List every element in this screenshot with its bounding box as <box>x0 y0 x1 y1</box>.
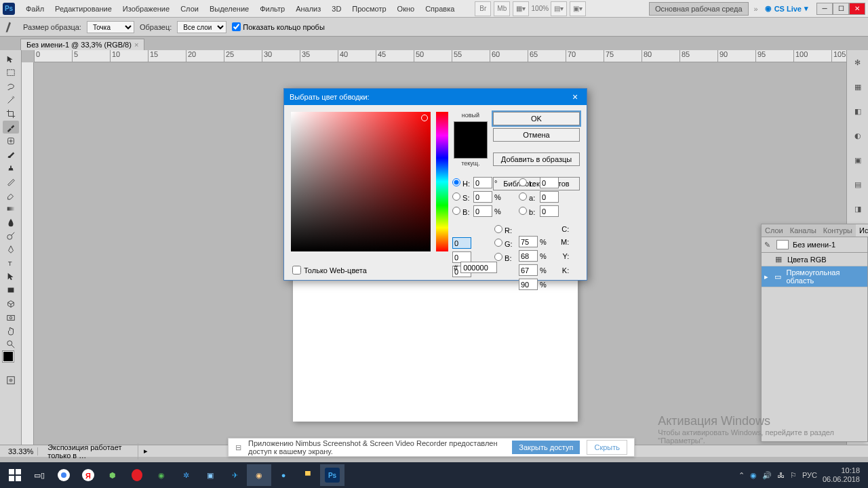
menu-view[interactable]: Просмотр <box>347 2 391 16</box>
color-panel-icon[interactable]: ✻ <box>851 56 865 69</box>
gradient-tool[interactable] <box>3 202 19 215</box>
type-tool[interactable]: T <box>3 256 19 269</box>
eraser-tool[interactable] <box>3 188 19 201</box>
task-view-icon[interactable]: ▭▯ <box>27 464 52 486</box>
l-input[interactable] <box>540 177 559 188</box>
menu-window[interactable]: Окно <box>392 2 420 16</box>
healing-brush-tool[interactable] <box>3 134 19 147</box>
tray-icon[interactable]: ⌃ <box>738 471 745 480</box>
tab-layers[interactable]: Слои <box>762 224 787 237</box>
menu-edit[interactable]: Редактирование <box>50 2 117 16</box>
r-input[interactable] <box>452 237 471 249</box>
explorer-icon[interactable]: ▀ <box>296 464 320 486</box>
app-icon-1[interactable]: ⬢ <box>100 464 125 486</box>
cslive-button[interactable]: ◉CS Live▾ <box>761 4 812 13</box>
workspace-overflow-icon[interactable]: » <box>751 5 761 13</box>
zoom-readout[interactable]: 33.33% <box>4 447 38 455</box>
status-arrow-icon[interactable]: ▸ <box>144 447 148 455</box>
screen-mode-dropdown[interactable]: ▣▾ <box>570 1 586 16</box>
move-tool[interactable] <box>3 53 19 66</box>
sample-size-select[interactable]: Точка <box>87 21 134 33</box>
dodge-tool[interactable] <box>3 229 19 242</box>
h-radio[interactable] <box>452 178 460 186</box>
y-input[interactable] <box>519 264 538 276</box>
hue-slider[interactable] <box>436 112 448 251</box>
tray-icon[interactable]: ⚐ <box>790 471 797 480</box>
marquee-tool[interactable] <box>3 66 19 79</box>
saturation-brightness-field[interactable] <box>291 112 431 251</box>
current-tool-icon[interactable] <box>4 20 18 34</box>
web-colors-checkbox[interactable]: Только Web-цвета <box>292 266 367 274</box>
menu-layers[interactable]: Слои <box>175 2 204 16</box>
dialog-close-icon[interactable]: × <box>569 92 581 102</box>
hide-notification-button[interactable]: Скрыть <box>587 440 627 455</box>
view-extras-dropdown[interactable]: ▦▾ <box>513 1 529 16</box>
arrange-docs-dropdown[interactable]: ▤▾ <box>551 1 567 16</box>
channels-panel-icon[interactable]: ◨ <box>851 202 865 216</box>
close-access-button[interactable]: Закрыть доступ <box>512 441 580 454</box>
show-ring-checkbox[interactable]: Показать кольцо пробы <box>232 22 325 31</box>
h-input[interactable] <box>473 177 492 188</box>
lasso-tool[interactable] <box>3 80 19 93</box>
magic-wand-tool[interactable] <box>3 94 19 106</box>
camera-tool[interactable] <box>3 310 19 323</box>
lab-b-radio[interactable] <box>519 207 527 215</box>
pen-tool[interactable] <box>3 243 19 256</box>
app-icon-3[interactable]: ▣ <box>198 464 222 486</box>
tab-channels[interactable]: Каналы <box>787 224 820 237</box>
adjustments-panel-icon[interactable]: ◐ <box>851 129 865 142</box>
zoom-level[interactable]: 100% <box>532 1 548 16</box>
r-radio[interactable] <box>494 225 502 233</box>
tab-history[interactable]: История <box>856 224 868 237</box>
history-snapshot-row[interactable]: ✎ Без имени-1 <box>762 237 867 253</box>
doc-info[interactable]: Экспозиция работает только в … <box>43 443 138 460</box>
menu-select[interactable]: Выделение <box>204 2 254 16</box>
tray-icon[interactable]: 🖧 <box>777 471 785 479</box>
photoshop-taskbar-icon[interactable]: Ps <box>320 464 344 486</box>
menu-filter[interactable]: Фильтр <box>254 2 290 16</box>
chrome-icon[interactable] <box>52 464 76 486</box>
maximize-button[interactable]: ☐ <box>833 3 849 15</box>
s-input[interactable] <box>473 191 492 203</box>
cancel-button[interactable]: Отмена <box>493 128 580 142</box>
menu-file[interactable]: Файл <box>20 2 50 16</box>
blur-tool[interactable] <box>3 216 19 228</box>
menu-help[interactable]: Справка <box>420 2 460 16</box>
swatches-panel-icon[interactable]: ▦ <box>851 80 865 94</box>
3d-tool[interactable] <box>3 297 19 310</box>
hand-tool[interactable] <box>3 324 19 337</box>
shape-tool[interactable] <box>3 283 19 296</box>
history-item[interactable]: ▦ Цвета RGB <box>762 253 867 266</box>
g-radio[interactable] <box>494 239 502 247</box>
close-button[interactable]: ✕ <box>849 3 865 15</box>
tray-icon[interactable]: 🔊 <box>762 471 772 480</box>
zoom-tool[interactable] <box>3 338 19 350</box>
hex-input[interactable] <box>460 262 497 273</box>
document-tab[interactable]: Без имени-1 @ 33,3% (RGB/8) × <box>20 39 144 50</box>
layers-panel-icon[interactable]: ▤ <box>851 178 865 191</box>
lab-b-input[interactable] <box>540 205 559 217</box>
b-input[interactable] <box>473 205 492 217</box>
workspace-selector[interactable]: Основная рабочая среда <box>649 2 749 16</box>
c-input[interactable] <box>519 236 538 247</box>
minimize-button[interactable]: ─ <box>816 3 833 15</box>
tray-icon[interactable]: ◉ <box>750 471 757 480</box>
blue-radio[interactable] <box>494 253 502 261</box>
a-radio[interactable] <box>519 192 527 201</box>
history-item[interactable]: ▸ ▭ Прямоугольная область <box>762 266 867 287</box>
m-input[interactable] <box>519 250 538 262</box>
menu-analysis[interactable]: Анализ <box>290 2 326 16</box>
masks-panel-icon[interactable]: ▣ <box>851 153 865 167</box>
doc-tab-close-icon[interactable]: × <box>134 41 138 49</box>
k-input[interactable] <box>519 279 538 290</box>
brush-tool[interactable] <box>3 148 19 161</box>
crop-tool[interactable] <box>3 107 19 120</box>
ok-button[interactable]: OK <box>493 112 580 125</box>
app-icon-5[interactable]: ● <box>271 464 296 486</box>
s-radio[interactable] <box>452 192 460 201</box>
dialog-titlebar[interactable]: Выбрать цвет обводки: × <box>284 89 587 105</box>
current-color-swatch[interactable] <box>454 140 487 159</box>
styles-panel-icon[interactable]: ◧ <box>851 104 865 118</box>
app-icon-2[interactable]: ✲ <box>174 464 198 486</box>
app-icon-4[interactable]: ◉ <box>247 464 271 486</box>
